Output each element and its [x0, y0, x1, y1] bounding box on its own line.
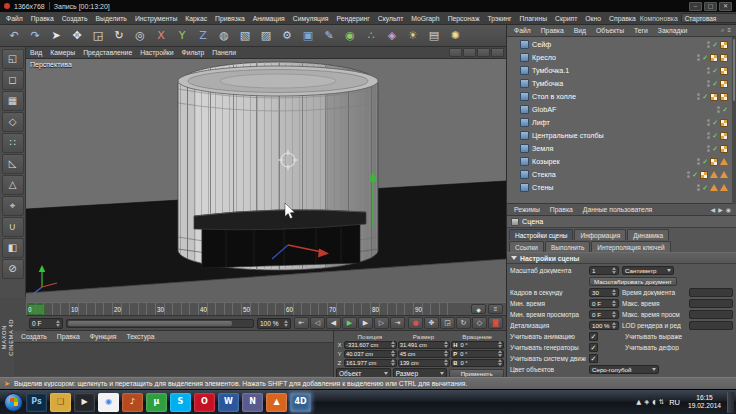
add-primitive-button[interactable]: ▣ [298, 26, 318, 45]
object-manager-menu-item[interactable]: Объекты [591, 27, 629, 34]
setting-right-field[interactable] [689, 310, 733, 319]
record-position-button[interactable]: ✥ [424, 317, 439, 329]
checkbox[interactable]: ✓ [589, 332, 598, 341]
menu-item[interactable]: Скрипт [551, 15, 581, 22]
history-back-icon[interactable]: ◀ [711, 206, 716, 213]
timeline-options-button[interactable]: ≡ [488, 304, 503, 314]
scale-tool-button[interactable]: ◲ [88, 26, 108, 45]
tray-network-icon[interactable]: ⇅ [659, 398, 664, 406]
attribute-tab[interactable]: Динамика [627, 229, 669, 240]
points-mode-button[interactable]: ∷ [2, 133, 24, 153]
four-view-icon[interactable] [463, 48, 476, 57]
lock-z-button[interactable]: Z [193, 26, 213, 45]
enabled-check-icon[interactable]: ✓ [712, 145, 718, 153]
material-list-area[interactable] [14, 343, 333, 376]
attribute-tab[interactable]: Интерполяция ключей [591, 241, 670, 252]
add-generator-button[interactable]: ◉ [340, 26, 360, 45]
timeline-ruler[interactable]: 0102030405060708090 ◆≡ [26, 302, 506, 316]
texture-tag-icon[interactable] [720, 54, 728, 62]
texture-tag-icon[interactable] [720, 41, 728, 49]
tray-update-icon[interactable]: ◈ [644, 398, 649, 406]
prev-key-button[interactable]: ◁ [310, 317, 325, 329]
menu-item[interactable]: Плагины [515, 15, 551, 22]
object-name[interactable]: Кресло [532, 53, 556, 62]
workplane-snap-button[interactable]: ◧ [2, 238, 24, 258]
spinner-icon[interactable] [391, 350, 395, 357]
object-name[interactable]: Стекла [532, 170, 556, 179]
position-field[interactable]: -331.607 cm [344, 341, 397, 349]
menu-item[interactable]: Файл [2, 15, 27, 22]
scale-value-field[interactable]: 1 [589, 266, 619, 275]
texture-tag-icon[interactable] [720, 184, 728, 191]
enabled-check-icon[interactable]: ✓ [712, 41, 718, 49]
object-row[interactable]: Козырек ✓ [507, 155, 736, 168]
object-name[interactable]: Стены [532, 183, 554, 192]
size-field[interactable]: 139 cm [398, 359, 451, 367]
texture-tag-icon[interactable] [700, 171, 708, 179]
rotate-tool-button[interactable]: ↻ [109, 26, 129, 45]
timeline-scrollbar[interactable] [66, 319, 254, 328]
goto-start-button[interactable]: ⇤ [294, 317, 309, 329]
rotation-field[interactable]: P0 ° [451, 350, 504, 358]
make-editable-button[interactable]: ◱ [2, 49, 24, 69]
render-view-button[interactable]: ▧ [235, 26, 255, 45]
object-row[interactable]: Сейф ✓ [507, 38, 736, 51]
attribute-tab[interactable]: Настройки сцены [509, 229, 573, 240]
visibility-dots[interactable] [717, 106, 720, 113]
add-camera-button[interactable]: ▤ [424, 26, 444, 45]
lock-y-button[interactable]: Y [172, 26, 192, 45]
add-deformer-button[interactable]: ◈ [382, 26, 402, 45]
menu-item[interactable]: Выделить [92, 15, 131, 22]
texture-tag-icon[interactable] [720, 158, 728, 165]
next-frame-button[interactable]: ▶ [358, 317, 373, 329]
menu-item[interactable]: Каркас [181, 15, 211, 22]
spinner-icon[interactable] [498, 341, 502, 348]
move-tool-button[interactable]: ✥ [67, 26, 87, 45]
add-spline-button[interactable]: ✎ [319, 26, 339, 45]
visibility-dots[interactable] [687, 171, 690, 178]
object-name[interactable]: Центральные столбы [532, 131, 604, 140]
prev-frame-button[interactable]: ◀ [326, 317, 341, 329]
viewport-menu-item[interactable]: Вид [26, 49, 46, 56]
object-row[interactable]: Кресло ✓ [507, 51, 736, 64]
material-menu-item[interactable]: Функция [85, 333, 122, 340]
taskbar-chrome-button[interactable]: ◉ [98, 393, 119, 412]
timeline-scale-field[interactable]: 100 % [257, 318, 291, 329]
last-tool-button[interactable]: ◎ [130, 26, 150, 45]
setting-field[interactable]: 0 F [589, 310, 619, 319]
attribute-menu-item[interactable]: Режимы [509, 206, 545, 213]
object-row[interactable]: Стол в холле ✓ [507, 90, 736, 103]
spinner-icon[interactable] [612, 322, 616, 329]
object-manager-menu-item[interactable]: Файл [509, 27, 536, 34]
object-name[interactable]: Сейф [532, 40, 551, 49]
coordinate-system-button[interactable]: ◍ [214, 26, 234, 45]
taskbar-aimp-button[interactable]: ♪ [122, 393, 143, 412]
viewport-menu-item[interactable]: Настройки [136, 49, 177, 56]
history-forward-icon[interactable]: ▶ [718, 206, 723, 213]
object-name[interactable]: Стол в холле [532, 92, 576, 101]
spinner-icon[interactable] [391, 341, 395, 348]
enabled-check-icon[interactable]: ✓ [722, 106, 728, 114]
menu-item[interactable]: Правка [27, 15, 58, 22]
object-row[interactable]: Центральные столбы ✓ [507, 129, 736, 142]
visibility-dots[interactable] [707, 132, 710, 139]
object-manager-menu-item[interactable]: Вид [569, 27, 591, 34]
texture-tag-icon[interactable] [710, 171, 718, 178]
single-view-icon[interactable] [449, 48, 462, 57]
object-manager-menu-item[interactable]: Закладки [653, 27, 692, 34]
viewport-menu-item[interactable]: Представление [79, 49, 136, 56]
viewport-canvas[interactable] [26, 59, 506, 302]
om-options-icon[interactable]: ≡ [727, 27, 731, 34]
texture-tag-icon[interactable] [710, 93, 718, 101]
layout-select[interactable]: Стартовая [681, 13, 736, 23]
taskbar-cinema4d-button[interactable]: 4D [290, 393, 311, 412]
rotation-field[interactable]: B0 ° [451, 359, 504, 367]
spinner-icon[interactable] [391, 359, 395, 366]
texture-tag-icon[interactable] [710, 54, 718, 62]
tray-expand-icon[interactable]: ▲ [636, 398, 641, 406]
model-mode-button[interactable]: ◻ [2, 70, 24, 90]
taskbar-word-button[interactable]: W [218, 393, 239, 412]
visibility-dots[interactable] [697, 93, 700, 100]
view-toggle-icon[interactable] [477, 48, 490, 57]
record-scale-button[interactable]: ◲ [440, 317, 455, 329]
